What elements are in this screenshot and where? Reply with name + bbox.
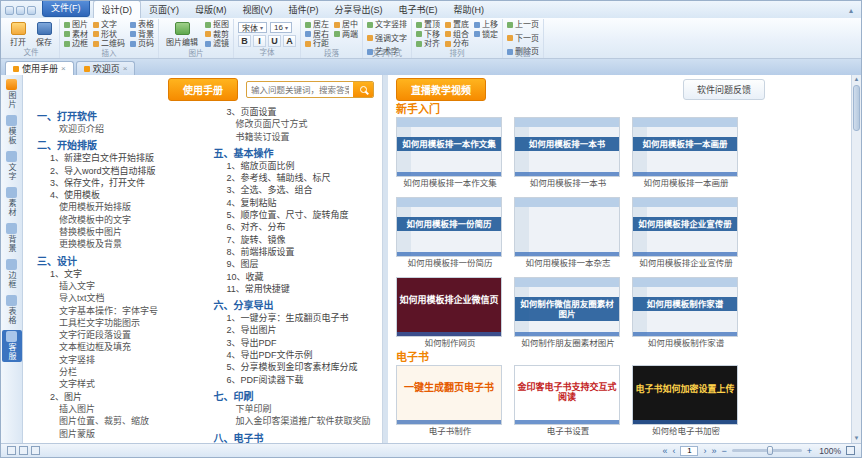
ribbon-button[interactable]: 裁剪 [205,30,229,40]
toc-entry[interactable]: 使用模板开始排版 [37,201,202,213]
side-toolbar-item[interactable]: 客服 [2,330,22,362]
ribbon-big-button[interactable]: 保存 [33,22,55,47]
video-card[interactable]: 如何用模板排一本杂志 [514,197,622,269]
prev-page-icon[interactable]: ‹ [672,446,675,456]
view-mode-grid-icon[interactable] [31,446,40,455]
toc-entry[interactable]: 7、旋转、镜像 [214,234,379,246]
toc-entry[interactable]: 下单印刷 [214,403,379,415]
ribbon-button[interactable]: 文字竖排 [367,20,407,30]
toc-entry[interactable]: 4、导出PDF文件示例 [214,349,379,361]
ribbon-button[interactable]: 对齐 [416,39,440,49]
toc-entry[interactable]: 替换模板中图片 [37,226,202,238]
font-style-button[interactable]: B [238,35,251,47]
fit-page-icon[interactable] [846,446,855,455]
video-card[interactable]: 如何用模板制作家谱 如何用模板制作家谱 [632,277,740,349]
toc-entry[interactable]: 修改页面尺寸方式 [214,118,379,130]
ribbon-button[interactable]: 下移 [416,30,440,40]
ribbon-button[interactable]: 滤镜 [205,39,229,49]
feedback-button[interactable]: 软件问题反馈 [683,79,765,100]
toc-entry[interactable]: 3、全选、多选、组合 [214,184,379,196]
toc-entry[interactable]: 三、设计 [37,255,202,268]
toc-entry[interactable]: 1、新建空白文件开始排版 [37,152,202,164]
toc-entry[interactable]: 加入金印客渠道推广软件获取奖励 [214,415,379,427]
video-card[interactable]: 如何制作微信朋友圈素材图片 如何制作朋友圈素材图片 [514,277,622,349]
side-toolbar-item[interactable]: 素材 [2,186,22,218]
side-toolbar-item[interactable]: 模板 [2,114,22,146]
side-toolbar-item[interactable]: 表格 [2,294,22,326]
ribbon-button[interactable]: 素材 [64,30,88,40]
ribbon-button[interactable]: 上一页 [507,20,539,30]
close-icon[interactable]: × [123,64,128,73]
side-toolbar-item[interactable]: 文字 [2,150,22,182]
toc-entry[interactable]: 5、分享模板到金印客素材库分成 [214,361,379,373]
toc-entry[interactable]: 工具栏文字功能图示 [37,317,202,329]
toc-entry[interactable]: 1、缩放页面比例 [214,160,379,172]
close-icon[interactable]: × [61,64,66,73]
font-style-button[interactable]: I [253,35,266,47]
video-card[interactable]: 如何用模板排一本画册 如何用模板排一本画册 [632,117,740,189]
video-card[interactable]: 如何用模板排一本作文集 如何用模板排一本作文集 [396,117,504,189]
toc-entry[interactable]: 八、电子书 [214,432,379,443]
font-style-button[interactable]: U [268,35,281,47]
ribbon-button[interactable]: 二维码 [93,39,125,49]
toc-entry[interactable]: 文字样式 [37,378,202,390]
font-style-button[interactable]: A [283,35,296,47]
toc-entry[interactable]: 插入图片 [37,403,202,415]
undo-icon[interactable] [16,6,25,15]
side-toolbar-item[interactable]: 边框 [2,258,22,290]
image-edit-button[interactable]: 图片编辑 [163,22,201,47]
toc-entry[interactable]: 4、复制粘贴 [214,197,379,209]
ribbon-button[interactable]: 置底 [445,20,469,30]
menu-tab[interactable]: 设计(D) [93,0,142,18]
zoom-slider-thumb[interactable] [767,446,773,455]
page-number-input[interactable] [680,446,698,456]
ribbon-button[interactable]: 组合 [445,30,469,40]
toc-entry[interactable]: 9、图层 [214,258,379,270]
toc-entry[interactable]: 图片位置、裁剪、缩放 [37,415,202,427]
menu-tab[interactable]: 帮助(H) [446,1,493,18]
menu-tab[interactable]: 电子书(E) [391,1,446,18]
collapse-ribbon-icon[interactable]: ▴ [849,6,853,15]
video-card[interactable]: 一键生成翻页电子书 电子书制作 [396,365,504,437]
toc-entry[interactable]: 欢迎页介绍 [37,123,202,135]
toc-entry[interactable]: 文字竖排 [37,354,202,366]
menu-tab[interactable]: 视图(V) [235,1,281,18]
search-input[interactable] [247,85,353,95]
toc-entry[interactable]: 2、图片 [37,391,202,403]
menu-tab[interactable]: 插件(P) [281,1,327,18]
ribbon-button[interactable]: 文字 [93,20,125,30]
video-card[interactable]: 金印客电子书支持交互式阅读 电子书设置 [514,365,622,437]
font-size-select[interactable]: 16▾ [270,22,292,33]
ribbon-button[interactable]: 表格 [130,20,154,30]
scrollbar-thumb[interactable] [853,85,860,131]
toc-entry[interactable]: 二、开始排版 [37,139,202,152]
toc-entry[interactable]: 五、基本操作 [214,147,379,160]
redo-icon[interactable] [27,6,36,15]
toc-entry[interactable]: 1、一键分享：生成翻页电子书 [214,312,379,324]
video-card[interactable]: 如何用模板排企业宣传册 如何用模板排企业宣传册 [632,197,740,269]
font-family-select[interactable]: 宋体▾ [238,22,267,33]
ribbon-button[interactable]: 页码 [130,39,154,49]
toc-entry[interactable]: 5、顺序位置、尺寸、旋转角度 [214,209,379,221]
toc-entry[interactable]: 6、对齐、分布 [214,221,379,233]
ribbon-button[interactable]: 居右 [305,30,329,40]
toc-entry[interactable]: 修改模板中的文字 [37,214,202,226]
scroll-down-icon[interactable]: ▼ [854,435,860,442]
search-button[interactable] [353,81,373,98]
menu-tab[interactable]: 母版(M) [187,1,235,18]
toc-entry[interactable]: 3、页面设置 [214,106,379,118]
video-card[interactable]: 如何用模板排企业微信页 如何制作网页 [396,277,504,349]
save-icon[interactable] [5,6,14,15]
last-page-icon[interactable]: » [711,446,716,456]
document-tab[interactable]: 使用手册 × [5,61,74,75]
view-mode-spread-icon[interactable] [19,446,28,455]
ribbon-button[interactable]: 强调文字 [367,34,407,44]
view-mode-single-icon[interactable] [7,446,16,455]
menu-tab[interactable]: 文件(F) [42,0,90,17]
toc-entry[interactable]: 图片蒙版 [37,428,202,440]
toc-entry[interactable]: 书籍装订设置 [214,131,379,143]
ribbon-button[interactable]: 形状 [93,30,125,40]
ribbon-big-button[interactable]: 打开 [7,22,29,47]
ribbon-button[interactable]: 居左 [305,20,329,30]
ribbon-button[interactable]: 分布 [445,39,469,49]
